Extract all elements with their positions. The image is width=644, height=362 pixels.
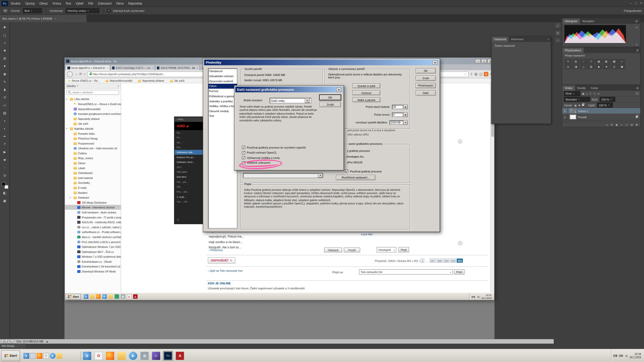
bookmark-item[interactable]: Bastlení	[65, 190, 121, 195]
adjustment-threshold-icon[interactable]: ★	[603, 64, 610, 69]
scroll-top-icon[interactable]: ↻	[458, 241, 462, 245]
cancel-button[interactable]: Zrušit	[319, 102, 341, 107]
foreground-color-swatch[interactable]	[2, 182, 5, 186]
foreground-background-swatches[interactable]	[1, 182, 8, 189]
lock-position-icon[interactable]: ✚	[578, 104, 580, 106]
amd-menu-item[interactable]: Zobrazení zák...	[175, 150, 204, 155]
history-panel-icon[interactable]: ↺	[554, 30, 561, 36]
link-layers-icon[interactable]: ∞	[606, 123, 608, 126]
panel-tab[interactable]: Navigátor	[580, 18, 597, 24]
panel-menu-icon[interactable]: ≣	[635, 48, 640, 53]
zoom-level-field[interactable]: 66,67%	[2, 339, 13, 343]
amd-settings-icon[interactable]	[176, 351, 185, 360]
spinner-icon[interactable]: ▶	[403, 105, 408, 109]
bookmark-item[interactable]: Moje_routery	[65, 156, 121, 161]
opera-icon[interactable]	[127, 294, 131, 299]
eyedropper-tool[interactable]: ▼	[0, 62, 9, 70]
tab-close-icon[interactable]: ×	[55, 17, 56, 20]
layer-visibility-icon[interactable]: ●	[562, 108, 568, 114]
bookmark-item[interactable]: Optimalizace Win7 - Živě.cz	[65, 249, 121, 254]
scratch-disks-field[interactable]: ▼	[243, 173, 323, 178]
crop-tool[interactable]: ⊞	[0, 55, 9, 62]
menu-item[interactable]: Úpravy	[25, 2, 35, 5]
folder-icon[interactable]	[90, 294, 94, 299]
firefox-icon[interactable]	[96, 294, 101, 299]
preferences-section[interactable]: Výkon	[208, 83, 237, 88]
screen-mode-button[interactable]: ▣	[0, 197, 9, 205]
document-tab[interactable]: Bez názvu-1 @ 66,7% (Vrstva 1,RGB/8) ×	[0, 15, 87, 22]
bookmark-item[interactable]: Vyhledávače	[65, 170, 121, 175]
rectangle-tool[interactable]: ■	[0, 156, 9, 164]
gradient-tool[interactable]: ▨	[0, 109, 9, 117]
bookmarks-bar-item[interactable]: Revue iDNES.cz – Re...	[68, 79, 100, 82]
sort-go-button[interactable]: Přejít	[398, 247, 409, 252]
ok-button[interactable]: OK	[416, 68, 436, 73]
jump-go-button[interactable]: Přejít	[454, 269, 464, 275]
mail-icon[interactable]	[43, 353, 49, 358]
type-tool[interactable]: T	[0, 140, 9, 148]
adjustment-black-white-icon[interactable]: ◐	[619, 59, 625, 64]
gpu-option-checkbox[interactable]: 30bitové zobrazení	[242, 161, 306, 164]
histogram-refresh-icon[interactable]: ⟳	[636, 26, 638, 29]
bookmark-item[interactable]: Hardware	[65, 195, 121, 200]
clone-stamp-tool[interactable]: ♟	[0, 86, 9, 94]
start-button[interactable]: Start	[1, 350, 20, 361]
preferences-section[interactable]: Uživatelské rozhraní	[208, 74, 237, 79]
filter-adjustment-layers-icon[interactable]: ◐	[586, 92, 588, 95]
twisty-icon[interactable]	[70, 196, 72, 199]
amd-menu-item[interactable]: ∨ Audi...	[175, 194, 204, 199]
spot-healing-brush-tool[interactable]: ◉	[0, 70, 9, 78]
bookmark-item[interactable]: kutil-material	[65, 175, 121, 180]
bookmark-item[interactable]: Programujte.com - IT portál o progr...	[65, 215, 121, 220]
bookmark-item[interactable]: E-maily	[65, 185, 121, 190]
bookmark-item[interactable]: Čeština	[65, 151, 121, 156]
amd-menu-item[interactable]: Na...	[175, 130, 204, 135]
amd-menu-item[interactable]: 930 MHz	[175, 174, 204, 179]
amd-menu-item[interactable]: Zdr...	[175, 184, 204, 189]
dropdown-icon[interactable]: ▼	[403, 120, 408, 125]
layer-group-icon[interactable]: ▢	[625, 123, 628, 126]
adjustment-exposure-icon[interactable]: ▽	[588, 59, 594, 64]
histogram-cache-icon[interactable]: ⟳	[636, 43, 638, 46]
tab-close-icon[interactable]: ×	[196, 66, 198, 69]
panel-menu-icon[interactable]: ≣	[634, 18, 639, 24]
adjustment-color-balance-icon[interactable]: ▩	[611, 59, 618, 64]
previous-button[interactable]: Předcházející	[416, 83, 436, 88]
filter-toggle-icon[interactable]	[636, 92, 638, 95]
clock[interactable]: 22:34 24.1.2019	[630, 352, 641, 358]
cancel-button[interactable]: Zrušit	[416, 75, 436, 81]
bookmark-item[interactable]: Předchozí fotoag	[65, 136, 121, 141]
gpu-option-checkbox[interactable]: Používat grafický procesor ke zrychlení …	[242, 146, 306, 149]
gpu-option-checkbox[interactable]: Použít rozhraní OpenCL	[242, 151, 306, 154]
bookmarks-search-input[interactable]	[66, 90, 119, 95]
opacity-field[interactable]: 100 %▾	[600, 97, 615, 102]
amd-menu-item[interactable]: Takt jádra	[175, 169, 204, 174]
status-arrow-icon[interactable]: ▶	[47, 340, 48, 343]
adjustment-hue-saturation-icon[interactable]: ◧	[603, 59, 610, 64]
sample-layers-dropdown[interactable]: Všechny vrstvy▾	[66, 8, 99, 13]
bookmark-item[interactable]: Proč chtít AHCI a NCQ u pevných di...	[65, 239, 121, 244]
back-icon[interactable]: ←	[67, 71, 73, 77]
quick-selection-tool[interactable]: ❖	[0, 47, 9, 55]
reload-icon[interactable]: ⟳	[79, 72, 82, 76]
menu-item[interactable]: Vrstva	[52, 2, 61, 5]
adjustment-curves-icon[interactable]: ◔	[580, 59, 587, 64]
photoshop-icon[interactable]	[163, 351, 173, 360]
preferences-section[interactable]: Vodítka, mřížka a řezy	[208, 104, 237, 109]
bookmark-item[interactable]: Naposledy přidané	[65, 116, 121, 121]
sidebar-close-icon[interactable]: ×	[117, 84, 119, 87]
adjustment-brightness-contrast-icon[interactable]: ☀	[565, 59, 571, 64]
use-gpu-checkbox[interactable]: Používat grafický procesor	[345, 169, 382, 173]
adjustment-levels-icon[interactable]: ▤	[573, 59, 579, 64]
move-tool[interactable]: ✚	[0, 23, 9, 31]
download-icon[interactable]: ⇩	[470, 72, 473, 76]
blend-mode-dropdown[interactable]: Normální▾	[564, 97, 590, 102]
bookmark-item[interactable]: Windows 7 a SSD systémový disk v...	[65, 254, 121, 259]
bookmark-item[interactable]: světsoftware.cz - Prodej software pr...	[65, 230, 121, 235]
rectangular-marquee-tool[interactable]: ▢	[0, 31, 9, 39]
menu-item[interactable]: Okna	[116, 2, 124, 5]
next-button[interactable]: Další	[416, 90, 436, 96]
bookmarks-bar-item[interactable]: Nejnavštěvovanější	[106, 79, 133, 82]
delete-layer-icon[interactable]: ✖	[636, 123, 638, 126]
adjustment-layer-icon[interactable]: ◐	[621, 123, 623, 126]
